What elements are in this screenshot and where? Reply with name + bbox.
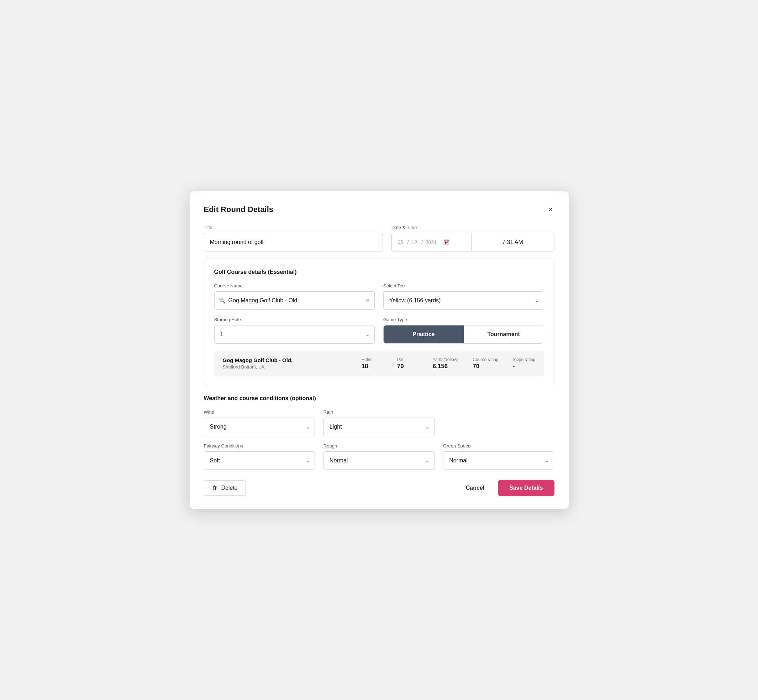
edit-round-modal: Edit Round Details × Title Date & Time 0… bbox=[190, 191, 568, 509]
cancel-button[interactable]: Cancel bbox=[459, 481, 491, 495]
rain-dropdown[interactable]: None Light Moderate Heavy bbox=[324, 417, 434, 436]
wind-select-wrap[interactable]: Calm Light Moderate Strong Very Strong ⌄ bbox=[204, 417, 315, 436]
holes-value: 18 bbox=[362, 363, 368, 370]
title-group: Title bbox=[204, 225, 383, 252]
year-text: 2021 bbox=[426, 239, 437, 245]
course-name-search-wrap[interactable]: 🔍 ✕ bbox=[214, 291, 375, 310]
wind-dropdown[interactable]: Calm Light Moderate Strong Very Strong bbox=[204, 417, 315, 436]
wind-rain-row: Wind Calm Light Moderate Strong Very Str… bbox=[204, 409, 554, 436]
date-sep2: / bbox=[421, 239, 423, 245]
modal-title: Edit Round Details bbox=[204, 205, 274, 214]
course-stat-yards: Yards(Yellow) 6,156 bbox=[433, 357, 459, 370]
wind-group: Wind Calm Light Moderate Strong Very Str… bbox=[204, 409, 315, 436]
course-tee-row: Course Name 🔍 ✕ Select Tee Yellow (6,156… bbox=[214, 283, 544, 310]
course-info-name-group: Gog Magog Golf Club - Old, Shelford Bott… bbox=[223, 357, 347, 370]
calendar-icon: 📅 bbox=[443, 239, 449, 245]
select-tee-label: Select Tee bbox=[383, 283, 544, 289]
date-time-input[interactable]: 05 / 12 / 2021 📅 bbox=[392, 233, 554, 252]
fairway-select-wrap[interactable]: Dry Normal Soft Wet ⌄ bbox=[204, 452, 315, 470]
title-input[interactable] bbox=[204, 233, 383, 252]
modal-header: Edit Round Details × bbox=[204, 204, 554, 215]
yards-value: 6,156 bbox=[433, 363, 448, 370]
practice-button[interactable]: Practice bbox=[384, 325, 464, 343]
datetime-label: Date & Time bbox=[392, 225, 554, 230]
title-datetime-row: Title Date & Time 05 / 12 / 2021 📅 bbox=[204, 225, 554, 252]
slope-rating-value: - bbox=[512, 363, 515, 370]
close-button[interactable]: × bbox=[547, 204, 554, 215]
conditions-section: Weather and course conditions (optional)… bbox=[204, 395, 554, 470]
course-stat-holes: Holes 18 bbox=[362, 357, 383, 370]
course-stat-par: Par 70 bbox=[397, 357, 418, 370]
delete-button[interactable]: 🗑 Delete bbox=[204, 480, 246, 496]
tournament-button[interactable]: Tournament bbox=[464, 325, 544, 343]
month-text: 05 bbox=[398, 239, 403, 245]
green-speed-dropdown[interactable]: Slow Normal Fast Very Fast bbox=[443, 452, 554, 470]
slope-rating-label: Slope rating bbox=[512, 357, 535, 362]
game-type-label: Game Type bbox=[383, 317, 544, 322]
clear-icon[interactable]: ✕ bbox=[365, 297, 370, 304]
yards-label: Yards(Yellow) bbox=[433, 357, 459, 362]
course-name-input[interactable] bbox=[226, 297, 366, 304]
select-tee-dropdown[interactable]: Yellow (6,156 yards) White (6,500 yards)… bbox=[383, 291, 544, 310]
green-speed-label: Green Speed bbox=[443, 443, 554, 448]
trash-icon: 🗑 bbox=[212, 485, 218, 491]
course-rating-label: Course rating bbox=[473, 357, 498, 362]
starting-hole-game-type-row: Starting Hole 1 2 10 ⌄ Game Type Practic… bbox=[214, 317, 544, 344]
select-tee-group: Select Tee Yellow (6,156 yards) White (6… bbox=[383, 283, 544, 310]
search-icon: 🔍 bbox=[219, 297, 226, 304]
title-label: Title bbox=[204, 225, 383, 230]
game-type-group: Game Type Practice Tournament bbox=[383, 317, 544, 344]
course-stat-course-rating: Course rating 70 bbox=[473, 357, 498, 370]
starting-hole-dropdown[interactable]: 1 2 10 bbox=[214, 325, 375, 344]
starting-hole-wrap[interactable]: 1 2 10 ⌄ bbox=[214, 325, 375, 344]
rough-group: Rough Short Normal Long ⌄ bbox=[324, 443, 434, 470]
rough-label: Rough bbox=[324, 443, 434, 448]
rough-dropdown[interactable]: Short Normal Long bbox=[324, 452, 434, 470]
datetime-group: Date & Time 05 / 12 / 2021 📅 bbox=[392, 225, 554, 252]
starting-hole-label: Starting Hole bbox=[214, 317, 375, 322]
time-input[interactable] bbox=[471, 233, 554, 251]
course-stat-slope-rating: Slope rating - bbox=[512, 357, 535, 370]
green-speed-group: Green Speed Slow Normal Fast Very Fast ⌄ bbox=[443, 443, 554, 470]
fairway-group: Fairway Conditions Dry Normal Soft Wet ⌄ bbox=[204, 443, 315, 470]
rain-select-wrap[interactable]: None Light Moderate Heavy ⌄ bbox=[324, 417, 434, 436]
game-type-toggle: Practice Tournament bbox=[383, 325, 544, 344]
date-input[interactable]: 05 / 12 / 2021 📅 bbox=[392, 233, 471, 251]
fairway-rough-green-row: Fairway Conditions Dry Normal Soft Wet ⌄… bbox=[204, 443, 554, 470]
holes-label: Holes bbox=[362, 357, 373, 362]
rough-select-wrap[interactable]: Short Normal Long ⌄ bbox=[324, 452, 434, 470]
rain-group: Rain None Light Moderate Heavy ⌄ bbox=[324, 409, 434, 436]
date-sep1: / bbox=[407, 239, 409, 245]
course-name-group: Course Name 🔍 ✕ bbox=[214, 283, 375, 310]
golf-course-section: Golf Course details (Essential) Course N… bbox=[204, 259, 554, 385]
course-rating-value: 70 bbox=[473, 363, 479, 370]
par-label: Par bbox=[397, 357, 404, 362]
starting-hole-group: Starting Hole 1 2 10 ⌄ bbox=[214, 317, 375, 344]
course-name-label: Course Name bbox=[214, 283, 375, 289]
rain-label: Rain bbox=[324, 409, 434, 415]
conditions-title: Weather and course conditions (optional) bbox=[204, 395, 554, 402]
course-info-bar: Gog Magog Golf Club - Old, Shelford Bott… bbox=[214, 351, 544, 376]
golf-section-title: Golf Course details (Essential) bbox=[214, 269, 544, 275]
delete-label: Delete bbox=[221, 485, 238, 491]
course-info-location: Shelford Bottom, UK bbox=[223, 364, 347, 370]
fairway-label: Fairway Conditions bbox=[204, 443, 315, 448]
green-speed-select-wrap[interactable]: Slow Normal Fast Very Fast ⌄ bbox=[443, 452, 554, 470]
footer-right: Cancel Save Details bbox=[459, 480, 554, 496]
select-tee-wrap[interactable]: Yellow (6,156 yards) White (6,500 yards)… bbox=[383, 291, 544, 310]
par-value: 70 bbox=[397, 363, 404, 370]
course-info-name: Gog Magog Golf Club - Old, bbox=[223, 357, 347, 363]
fairway-dropdown[interactable]: Dry Normal Soft Wet bbox=[204, 452, 315, 470]
save-button[interactable]: Save Details bbox=[498, 480, 554, 496]
wind-label: Wind bbox=[204, 409, 315, 415]
day-text: 12 bbox=[411, 239, 417, 245]
footer-row: 🗑 Delete Cancel Save Details bbox=[204, 480, 554, 496]
